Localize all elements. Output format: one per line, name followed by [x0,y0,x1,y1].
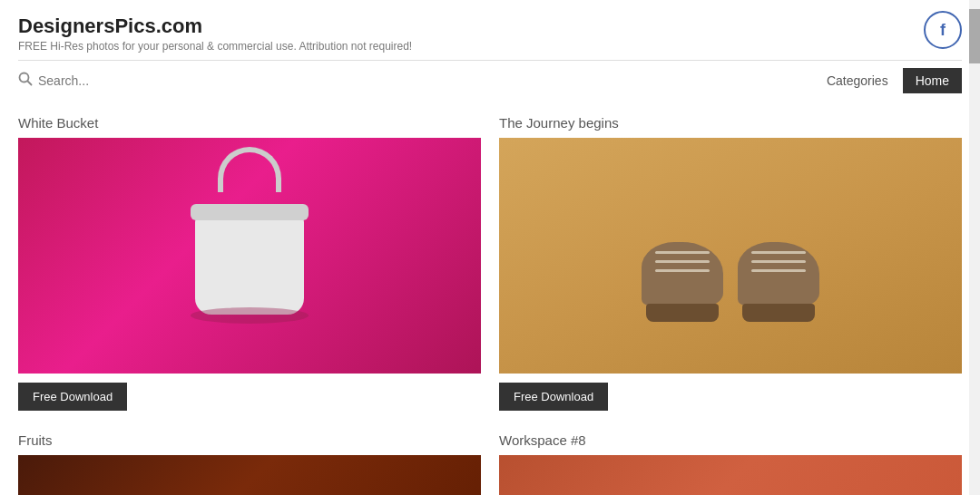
bucket-image [18,138,481,374]
bucket-shadow [191,307,309,324]
photo-title-workspace: Workspace #8 [499,432,962,448]
scrollbar-thumb[interactable] [969,9,980,63]
navbar: Categories Home [18,60,962,101]
lace-4 [751,251,806,254]
photo-item-fruits: Fruits [18,432,481,495]
download-button-shoes[interactable]: Free Download [499,383,608,411]
laces-left [655,251,710,287]
svg-line-1 [28,82,32,85]
header: DesignersPics.com FREE Hi-Res photos for… [18,0,962,60]
photo-title-fruits: Fruits [18,432,481,448]
photo-image-wrap-fruits [18,455,481,495]
scrollbar-rail[interactable] [969,0,980,495]
bucket-lid [191,204,309,220]
content: White Bucket Free Download [18,101,962,495]
header-left: DesignersPics.com FREE Hi-Res photos for… [18,15,412,53]
photo-title-bucket: White Bucket [18,115,481,131]
bucket-handle [218,147,281,192]
lace-6 [751,269,806,272]
search-icon [18,72,33,90]
site-tagline: FREE Hi-Res photos for your personal & c… [18,40,412,53]
site-title[interactable]: DesignersPics.com [18,15,202,37]
bucket-body [195,215,304,315]
shoe-right [738,242,819,306]
workspace-image [499,455,962,495]
search-input[interactable] [38,73,803,88]
photo-image-wrap-bucket [18,138,481,374]
lace-5 [751,260,806,263]
nav-links: Categories Home [814,68,962,93]
photo-grid: White Bucket Free Download [18,115,962,495]
photo-item-shoes: The Journey begins [499,115,962,411]
fruits-image [18,455,481,495]
laces-right [751,251,806,287]
shoe-left [642,242,723,306]
lace-2 [655,260,710,263]
shoes-image [499,138,962,374]
nav-link-home[interactable]: Home [903,68,962,93]
photo-item-workspace: Workspace #8 [499,432,962,495]
facebook-button[interactable]: f [924,11,962,49]
photo-image-wrap-shoes [499,138,962,374]
photo-item-bucket: White Bucket Free Download [18,115,481,411]
nav-link-categories[interactable]: Categories [814,68,901,93]
search-wrapper [18,72,803,90]
photo-image-wrap-workspace [499,455,962,495]
lace-1 [655,251,710,254]
download-button-bucket[interactable]: Free Download [18,383,127,411]
lace-3 [655,269,710,272]
photo-title-shoes: The Journey begins [499,115,962,131]
